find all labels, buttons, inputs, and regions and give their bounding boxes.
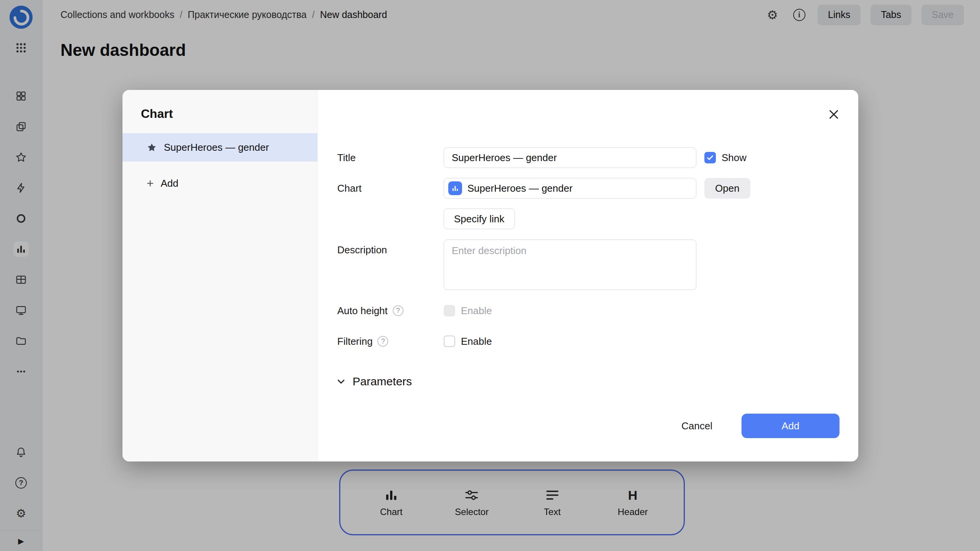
add-button[interactable]: Add: [742, 414, 840, 438]
show-title-checkbox-row: Show: [704, 147, 746, 168]
cancel-button[interactable]: Cancel: [674, 414, 720, 438]
title-field-label: Title: [337, 147, 356, 168]
add-label: Add: [161, 178, 178, 189]
filtering-label: Filtering ?: [337, 331, 388, 352]
auto-height-enable-label: Enable: [461, 305, 492, 317]
auto-height-help-icon[interactable]: ?: [393, 305, 403, 316]
checkmark-icon: [706, 153, 714, 162]
title-input[interactable]: [444, 147, 696, 168]
chart-widget-dialog: Chart SuperHeroes — gender + Add Title: [122, 90, 858, 461]
auto-height-checkbox[interactable]: [444, 305, 455, 316]
description-field-label: Description: [337, 240, 387, 260]
chart-list-item-selected[interactable]: SuperHeroes — gender: [122, 133, 317, 161]
chart-chip-icon: [448, 181, 462, 195]
dialog-title: Chart: [141, 107, 173, 121]
star-icon: [147, 142, 157, 153]
auto-height-checkbox-row: Enable: [444, 300, 492, 321]
show-label: Show: [722, 152, 746, 164]
filtering-checkbox[interactable]: [444, 336, 455, 347]
description-textarea[interactable]: [444, 240, 696, 290]
parameters-section-toggle[interactable]: Parameters: [335, 371, 412, 392]
chart-field-label: Chart: [337, 178, 362, 199]
specify-link-button[interactable]: Specify link: [444, 209, 515, 229]
parameters-label: Parameters: [353, 375, 412, 388]
label-text: Filtering: [337, 336, 372, 347]
bar-chart-icon: [451, 184, 460, 193]
show-title-checkbox[interactable]: [704, 152, 716, 163]
dialog-left-panel: Chart SuperHeroes — gender + Add: [122, 90, 318, 461]
label-text: Title: [337, 152, 356, 164]
filtering-help-icon[interactable]: ?: [377, 336, 388, 347]
add-chart-tab-button[interactable]: + Add: [122, 172, 317, 194]
chart-field-value: SuperHeroes — gender: [467, 183, 573, 194]
list-item-label: SuperHeroes — gender: [164, 142, 269, 153]
label-text: Chart: [337, 183, 362, 194]
label-text: Auto height: [337, 305, 388, 317]
label-text: Description: [337, 244, 387, 256]
dialog-footer: Cancel Add: [674, 414, 840, 438]
open-chart-button[interactable]: Open: [704, 178, 750, 199]
chart-select-field[interactable]: SuperHeroes — gender: [444, 178, 696, 199]
close-icon: [827, 108, 841, 121]
chevron-down-icon: [335, 375, 347, 388]
close-button[interactable]: [825, 105, 843, 124]
auto-height-label: Auto height ?: [337, 300, 403, 321]
plus-icon: +: [147, 177, 154, 189]
screen: ? ⚙ ▶ Collections and workbooks / Практи…: [0, 0, 980, 551]
filtering-checkbox-row: Enable: [444, 331, 492, 352]
filtering-enable-label: Enable: [461, 336, 492, 347]
